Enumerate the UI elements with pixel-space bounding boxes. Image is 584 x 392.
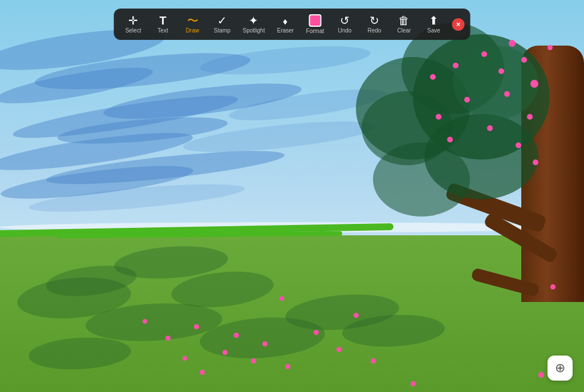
flower	[533, 160, 538, 165]
ground-flower	[550, 284, 555, 289]
flower	[464, 97, 470, 103]
ground-flower	[538, 372, 544, 378]
tool-format[interactable]: Format	[301, 12, 328, 36]
ground-flower	[371, 358, 376, 364]
ground-flower	[251, 358, 256, 364]
tool-redo[interactable]: ↻ Redo	[360, 13, 388, 36]
save-icon: ⬆	[429, 15, 439, 26]
trash-icon: 🗑	[398, 15, 409, 26]
flower	[527, 114, 533, 120]
ground-flower	[182, 356, 187, 361]
sky-flower	[548, 45, 553, 50]
flower	[504, 91, 510, 97]
canopy-inner	[453, 46, 538, 120]
ground-flower	[262, 341, 267, 346]
tool-clear[interactable]: 🗑 Clear	[390, 13, 417, 36]
tool-select[interactable]: ✛ Select	[120, 13, 147, 36]
redo-icon: ↻	[370, 15, 379, 26]
ground-flower	[411, 381, 416, 386]
toolbar: ✛ Select T Text 〜 Draw ✓ Stamp ✦ Spotlig…	[114, 9, 471, 40]
undo-icon: ↺	[340, 15, 350, 26]
ground-flower	[354, 313, 359, 318]
tool-stamp[interactable]: ✓ Stamp	[209, 13, 236, 36]
flower	[430, 74, 436, 80]
flower	[509, 40, 516, 47]
tool-draw[interactable]: 〜 Draw	[179, 13, 206, 36]
select-icon: ✛	[128, 15, 138, 26]
ground-flower	[234, 333, 239, 338]
flower	[521, 57, 527, 63]
tool-eraser[interactable]: ⬧ Eraser	[271, 13, 299, 36]
ground-flower	[222, 350, 228, 355]
ground-flower	[285, 364, 290, 369]
float-action-icon: ⊕	[555, 361, 565, 375]
flower	[447, 137, 453, 142]
tool-text[interactable]: T Text	[149, 13, 177, 36]
text-icon: T	[159, 15, 166, 26]
flower	[436, 114, 441, 120]
ground-flower	[336, 347, 342, 352]
tool-spotlight[interactable]: ✦ Spotlight	[238, 13, 270, 36]
tool-save[interactable]: ⬆ Save	[420, 13, 447, 36]
spotlight-icon: ✦	[249, 15, 258, 26]
draw-icon: 〜	[187, 15, 198, 26]
close-button[interactable]: ×	[452, 18, 464, 31]
format-color-swatch	[309, 14, 321, 27]
flower	[530, 80, 538, 88]
close-icon: ×	[456, 20, 461, 28]
ground-flower	[200, 370, 205, 375]
flower	[487, 125, 493, 131]
ground-flower	[314, 330, 319, 335]
flower	[498, 68, 504, 74]
ground-flower	[143, 319, 147, 324]
flower	[516, 142, 521, 148]
float-action-button[interactable]: ⊕	[548, 356, 573, 381]
ground-flower	[279, 296, 284, 301]
eraser-icon: ⬧	[282, 15, 289, 26]
ground-flower	[165, 336, 171, 341]
stamp-icon: ✓	[217, 15, 227, 26]
ground-flower	[194, 324, 199, 329]
canopy-lower-left	[373, 142, 470, 217]
tool-undo[interactable]: ↺ Undo	[331, 13, 358, 36]
canvas-area[interactable]	[0, 0, 584, 392]
flower	[453, 63, 459, 68]
flower	[481, 51, 487, 57]
